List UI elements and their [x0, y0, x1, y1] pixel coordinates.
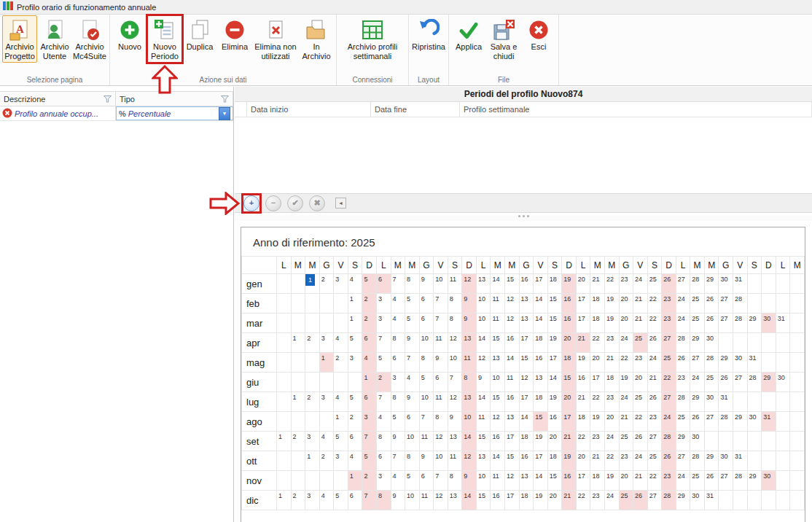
day-cell[interactable]: 22 [590, 392, 605, 412]
day-cell[interactable]: 3 [319, 333, 334, 353]
day-cell[interactable]: 8 [376, 432, 391, 451]
day-cell[interactable]: 30 [776, 373, 790, 392]
day-cell[interactable]: 20 [619, 471, 633, 491]
day-cell[interactable]: 1 [277, 432, 292, 451]
day-cell[interactable]: 12 [462, 274, 477, 294]
day-cell[interactable]: 4 [376, 412, 391, 432]
day-cell[interactable]: 13 [534, 373, 548, 392]
filter-icon[interactable] [221, 96, 229, 103]
day-cell[interactable]: 4 [319, 432, 334, 451]
day-cell[interactable]: 30 [704, 392, 719, 412]
day-cell[interactable]: 18 [534, 392, 548, 412]
day-cell[interactable]: 22 [576, 491, 590, 510]
day-cell[interactable]: 24 [676, 471, 690, 491]
archivio-profili-settimanali-button[interactable]: Archivio profili settimanali [339, 15, 406, 63]
day-cell[interactable]: 11 [491, 471, 505, 491]
day-cell[interactable]: 29 [704, 451, 719, 471]
day-cell[interactable]: 29 [676, 491, 690, 510]
day-cell[interactable]: 14 [534, 294, 548, 313]
day-cell[interactable]: 4 [348, 274, 362, 294]
day-cell[interactable]: 19 [547, 333, 562, 353]
day-cell[interactable]: 27 [662, 333, 676, 353]
day-cell[interactable]: 1 [305, 451, 320, 471]
day-cell[interactable]: 4 [334, 333, 348, 353]
column-header-descrizione[interactable]: Descrizione [0, 92, 116, 106]
day-cell[interactable]: 13 [519, 313, 534, 333]
day-cell[interactable]: 17 [576, 313, 590, 333]
day-cell[interactable]: 21 [590, 274, 605, 294]
day-cell[interactable]: 17 [505, 491, 520, 510]
day-cell[interactable]: 18 [547, 274, 562, 294]
day-cell[interactable]: 6 [376, 451, 391, 471]
day-cell[interactable]: 31 [762, 412, 776, 432]
day-cell[interactable]: 28 [719, 412, 733, 432]
day-cell[interactable]: 2 [334, 353, 348, 373]
day-cell[interactable]: 16 [562, 313, 577, 333]
day-cell[interactable]: 21 [633, 294, 648, 313]
day-cell[interactable]: 18 [576, 412, 590, 432]
day-cell[interactable]: 10 [462, 412, 477, 432]
day-cell[interactable]: 12 [491, 412, 505, 432]
day-cell[interactable]: 26 [676, 353, 690, 373]
day-cell[interactable]: 13 [448, 491, 462, 510]
day-cell[interactable]: 14 [491, 274, 505, 294]
day-cell[interactable]: 14 [462, 491, 477, 510]
day-cell[interactable]: 17 [547, 353, 562, 373]
day-cell[interactable]: 7 [448, 373, 462, 392]
day-cell[interactable]: 18 [590, 294, 605, 313]
day-cell[interactable]: 31 [776, 313, 790, 333]
day-cell[interactable]: 28 [690, 451, 705, 471]
day-cell[interactable]: 18 [590, 471, 605, 491]
day-cell[interactable]: 27 [719, 313, 733, 333]
day-cell[interactable]: 12 [462, 451, 477, 471]
day-cell[interactable]: 16 [576, 373, 590, 392]
archivio-mc4suite-button[interactable]: Archivio Mc4Suite [72, 15, 107, 63]
day-cell[interactable]: 29 [733, 412, 748, 432]
day-cell[interactable]: 9 [419, 451, 434, 471]
day-cell[interactable]: 22 [633, 412, 648, 432]
day-cell[interactable]: 2 [291, 491, 305, 510]
day-cell[interactable]: 30 [762, 471, 776, 491]
day-cell[interactable]: 4 [319, 491, 334, 510]
day-cell[interactable]: 12 [505, 294, 520, 313]
day-cell[interactable]: 11 [419, 491, 434, 510]
day-cell[interactable]: 24 [619, 392, 633, 412]
day-cell[interactable]: 25 [633, 333, 648, 353]
day-cell[interactable]: 1 [319, 353, 334, 373]
filter-icon[interactable] [104, 96, 112, 103]
day-cell[interactable]: 2 [362, 294, 377, 313]
elimina-button[interactable]: Elimina [217, 15, 252, 54]
day-cell[interactable]: 30 [690, 491, 705, 510]
day-cell[interactable]: 7 [391, 274, 405, 294]
day-cell[interactable]: 17 [576, 294, 590, 313]
day-cell[interactable]: 8 [376, 491, 391, 510]
day-cell[interactable]: 1 [334, 412, 348, 432]
day-cell[interactable]: 3 [362, 412, 377, 432]
day-cell[interactable]: 19 [534, 432, 548, 451]
column-header-data-inizio[interactable]: Data inizio [247, 102, 371, 117]
day-cell[interactable]: 22 [604, 274, 619, 294]
day-cell[interactable]: 28 [662, 491, 676, 510]
day-cell[interactable]: 14 [491, 451, 505, 471]
day-cell[interactable]: 10 [491, 373, 505, 392]
day-cell[interactable]: 31 [719, 392, 733, 412]
day-cell[interactable]: 29 [719, 353, 733, 373]
day-cell[interactable]: 10 [448, 353, 462, 373]
day-cell[interactable]: 7 [376, 392, 391, 412]
day-cell[interactable]: 28 [690, 274, 705, 294]
day-cell[interactable]: 23 [662, 471, 676, 491]
day-cell[interactable]: 22 [590, 333, 605, 353]
day-cell[interactable]: 25 [662, 353, 676, 373]
day-cell[interactable]: 6 [348, 432, 362, 451]
day-cell[interactable]: 21 [576, 392, 590, 412]
day-cell[interactable]: 19 [619, 373, 633, 392]
day-cell[interactable]: 19 [534, 491, 548, 510]
day-cell[interactable]: 23 [619, 274, 633, 294]
day-cell[interactable]: 21 [590, 451, 605, 471]
day-cell[interactable]: 11 [505, 373, 520, 392]
day-cell[interactable]: 12 [519, 373, 534, 392]
day-cell[interactable]: 17 [576, 471, 590, 491]
day-cell[interactable]: 14 [519, 412, 534, 432]
day-cell[interactable]: 15 [505, 451, 520, 471]
day-cell[interactable]: 14 [534, 313, 548, 333]
